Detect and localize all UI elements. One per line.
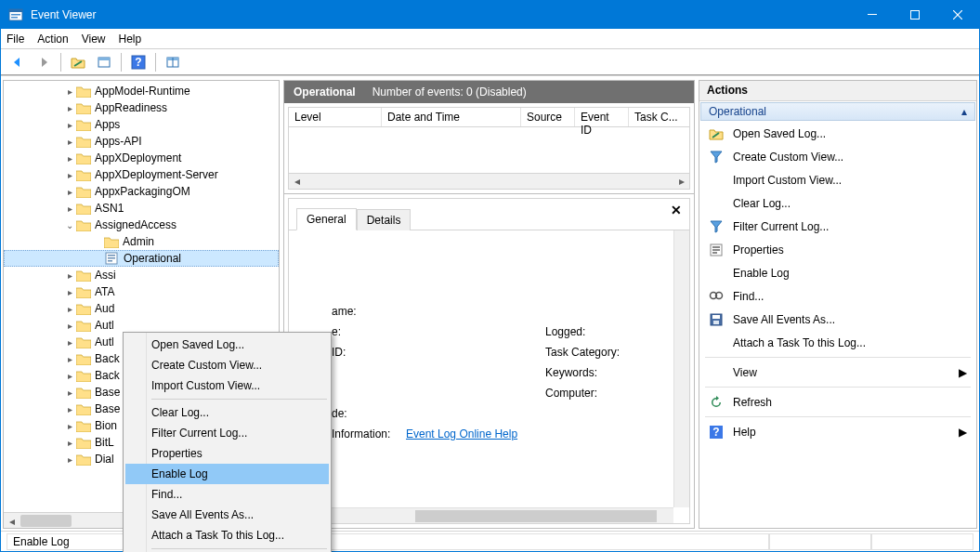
action-label: Create Custom View...: [733, 151, 843, 164]
tree-item[interactable]: ▸ASN1: [4, 200, 279, 217]
tree-item[interactable]: ▸AppReadiness: [4, 99, 279, 116]
expand-icon[interactable]: ▸: [63, 153, 76, 164]
scroll-left-icon[interactable]: ◂: [4, 513, 20, 529]
collapse-icon[interactable]: ▴: [961, 105, 967, 118]
scroll-right-icon[interactable]: ▸: [673, 174, 689, 188]
col-datetime[interactable]: Date and Time: [382, 108, 521, 126]
tree-item[interactable]: ▸AppxPackagingOM: [4, 183, 279, 200]
actions-section-label: Operational: [709, 105, 766, 118]
col-level[interactable]: Level: [289, 108, 382, 126]
expand-icon[interactable]: ▸: [63, 287, 76, 297]
context-menu-item[interactable]: Find...: [125, 484, 329, 505]
expand-icon[interactable]: ▸: [63, 438, 76, 448]
action-item[interactable]: Attach a Task To this Log...: [699, 331, 976, 354]
expand-icon[interactable]: ▸: [63, 404, 76, 414]
svg-rect-3: [11, 17, 18, 19]
expand-icon[interactable]: ▸: [63, 187, 76, 197]
action-item[interactable]: Refresh: [699, 390, 976, 414]
expand-icon[interactable]: ▸: [63, 137, 76, 147]
col-taskcategory[interactable]: Task C...: [629, 108, 689, 126]
expand-icon[interactable]: ▸: [63, 270, 76, 281]
scroll-thumb[interactable]: [415, 510, 657, 522]
action-item[interactable]: Import Custom View...: [699, 168, 976, 191]
col-eventid[interactable]: Event ID: [575, 108, 629, 126]
context-menu-item[interactable]: Enable Log: [125, 464, 329, 484]
context-menu-item[interactable]: Create Custom View...: [125, 355, 329, 375]
menu-view[interactable]: View: [82, 33, 106, 46]
props-icon[interactable]: [93, 52, 115, 72]
context-menu-item[interactable]: Import Custom View...: [125, 375, 329, 396]
expand-icon[interactable]: ▸: [63, 354, 76, 364]
status-text: Enable Log: [7, 533, 769, 550]
open-folder-icon[interactable]: [67, 52, 89, 72]
list-scrollbar[interactable]: ◂ ▸: [288, 174, 690, 190]
tree-item[interactable]: ▸Aud: [4, 300, 279, 317]
action-item[interactable]: ?Help▶: [699, 420, 976, 443]
action-item[interactable]: Enable Log: [699, 261, 976, 284]
tab-general[interactable]: General: [296, 208, 357, 230]
details-panel: ✕ General Details ame: e: Logged: ID:: [288, 198, 690, 524]
grid-icon[interactable]: [162, 52, 184, 72]
tree-item[interactable]: Operational: [4, 250, 279, 267]
action-item[interactable]: View▶: [699, 361, 976, 384]
action-item[interactable]: Save All Events As...: [699, 308, 976, 331]
details-vscroll[interactable]: [673, 230, 689, 507]
list-body[interactable]: [288, 127, 690, 174]
expand-icon[interactable]: ⌄: [63, 220, 76, 230]
action-item[interactable]: Find...: [699, 284, 976, 308]
close-button[interactable]: [936, 1, 979, 29]
expand-icon[interactable]: ▸: [63, 204, 76, 214]
scroll-thumb[interactable]: [20, 515, 72, 527]
context-item-label: Filter Current Log...: [151, 427, 247, 440]
expand-icon[interactable]: ▸: [63, 170, 76, 180]
actions-section[interactable]: Operational ▴: [700, 102, 975, 121]
expand-icon[interactable]: ▸: [63, 86, 76, 97]
expand-icon[interactable]: ▸: [63, 388, 76, 398]
menu-file[interactable]: File: [7, 33, 24, 46]
close-details-icon[interactable]: ✕: [671, 203, 682, 217]
action-item[interactable]: Properties: [699, 238, 976, 261]
action-item[interactable]: Open Saved Log...: [699, 122, 976, 145]
tree-item[interactable]: ▸Apps-API: [4, 133, 279, 150]
context-menu-item[interactable]: Save All Events As...: [125, 505, 329, 525]
expand-icon[interactable]: ▸: [63, 321, 76, 331]
event-log-help-link[interactable]: Event Log Online Help: [406, 427, 517, 440]
expand-icon[interactable]: ▸: [63, 337, 76, 348]
tree-item[interactable]: ▸AppModel-Runtime: [4, 83, 279, 99]
action-item[interactable]: Clear Log...: [699, 191, 976, 215]
context-menu-item[interactable]: Open Saved Log...: [125, 335, 329, 355]
tree-item[interactable]: Admin: [4, 233, 279, 250]
tree-item[interactable]: ▸AppXDeployment: [4, 150, 279, 166]
forward-button[interactable]: [33, 52, 55, 72]
menu-help[interactable]: Help: [119, 33, 142, 46]
context-menu-item[interactable]: Attach a Task To this Log...: [125, 525, 329, 545]
tree-item[interactable]: ▸AppXDeployment-Server: [4, 166, 279, 183]
maximize-button[interactable]: [894, 1, 936, 29]
event-list: Level Date and Time Source Event ID Task…: [284, 103, 694, 194]
context-menu-item[interactable]: Properties: [125, 443, 329, 464]
expand-icon[interactable]: ▸: [63, 371, 76, 381]
context-menu-item[interactable]: Clear Log...: [125, 402, 329, 423]
expand-icon[interactable]: ▸: [63, 120, 76, 130]
tree-item[interactable]: ▸Assi: [4, 267, 279, 283]
expand-icon[interactable]: ▸: [63, 454, 76, 465]
tree-item[interactable]: ▸ATA: [4, 283, 279, 300]
folder-icon: [76, 453, 91, 466]
expand-icon[interactable]: ▸: [63, 421, 76, 431]
expand-icon[interactable]: ▸: [63, 304, 76, 314]
scroll-left-icon[interactable]: ◂: [289, 174, 305, 188]
tree-item[interactable]: ▸Apps: [4, 116, 279, 133]
minimize-button[interactable]: [851, 1, 894, 29]
context-menu-item[interactable]: Filter Current Log...: [125, 423, 329, 443]
tab-details[interactable]: Details: [357, 209, 412, 230]
tree-item[interactable]: ⌄AssignedAccess: [4, 217, 279, 233]
column-headers[interactable]: Level Date and Time Source Event ID Task…: [288, 107, 690, 127]
col-source[interactable]: Source: [521, 108, 575, 126]
help-icon[interactable]: ?: [127, 52, 150, 72]
details-hscroll[interactable]: [289, 507, 673, 523]
back-button[interactable]: [7, 52, 29, 72]
expand-icon[interactable]: ▸: [63, 103, 76, 113]
action-item[interactable]: Create Custom View...: [699, 145, 976, 168]
menu-action[interactable]: Action: [37, 33, 68, 46]
action-item[interactable]: Filter Current Log...: [699, 215, 976, 238]
